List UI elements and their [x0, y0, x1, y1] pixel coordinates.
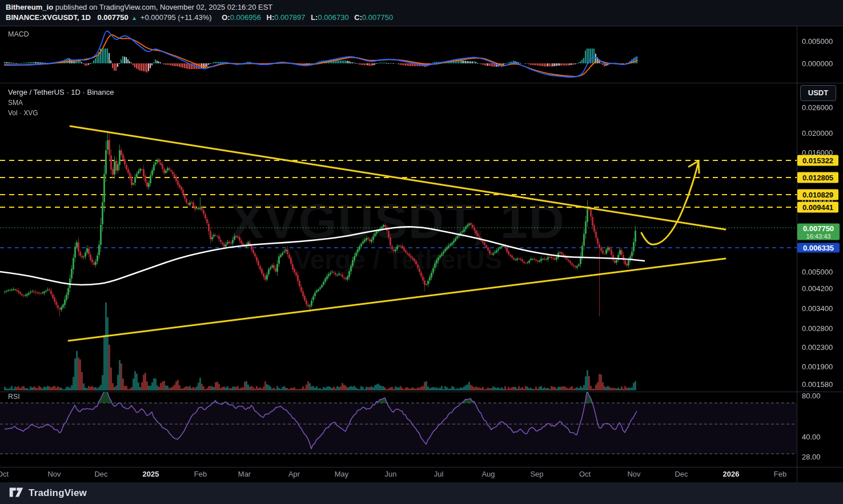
resistance-level-label: 0.015322 [797, 155, 838, 166]
volume-legend[interactable]: Vol · XVG [8, 109, 114, 117]
main-pane-legend: Verge / TetherUS · 1D · Binance SMA Vol … [8, 88, 114, 117]
bottom-bar: TradingView [0, 482, 843, 504]
header: Bithereum_io published on TradingView.co… [0, 0, 843, 26]
resistance-level-label: 0.009441 [797, 202, 838, 213]
time-axis-label: May [335, 470, 349, 478]
time-axis-label: 2025 [143, 470, 159, 478]
price-axis-label: 0.000000 [802, 59, 833, 68]
symbol-title: BINANCE:XVGUSDT, 1D [6, 13, 91, 22]
author-name: Bithereum_io [6, 3, 53, 11]
time-axis-label: 2026 [723, 470, 740, 478]
tradingview-snapshot: XVGUSDT, 1D Verge / TetherUS Bithereum_i… [0, 0, 843, 504]
tradingview-logo-icon[interactable] [9, 485, 23, 502]
time-axis-label: Nov [627, 470, 640, 478]
tradingview-brand[interactable]: TradingView [29, 487, 87, 499]
last-price: 0.007750 [97, 13, 128, 22]
price-axis-label: 0.005000 [802, 268, 833, 276]
currency-toggle-button[interactable]: USDT [800, 85, 836, 101]
support-price-label: 0.006335 [797, 243, 840, 253]
resistance-level-label: 0.012805 [797, 172, 838, 183]
time-axis-label: Jun [385, 470, 397, 478]
publish-line: Bithereum_io published on TradingView.co… [6, 3, 272, 11]
time-axis-label: Sep [530, 470, 543, 478]
price-axis-label: 0.020000 [802, 129, 833, 138]
rsi-pane-legend[interactable]: RSI [8, 393, 20, 401]
close-label: C: [354, 13, 362, 22]
time-axis-label: Jul [434, 470, 444, 478]
price-axis-label: 0.005000 [802, 37, 833, 46]
chart-canvas[interactable] [0, 0, 843, 504]
time-axis-label: Apr [288, 470, 300, 478]
time-axis-label: Nov [47, 470, 61, 478]
high-value: 0.007897 [274, 13, 305, 22]
price-axis-label: 0.003400 [802, 304, 833, 313]
time-axis-label: Oct [0, 470, 9, 478]
price-axis-label: 40.00 [802, 433, 821, 441]
time-axis-label: Feb [194, 470, 207, 478]
price-axis-label: 0.026000 [802, 103, 833, 112]
chart-title[interactable]: Verge / TetherUS · 1D · Binance [8, 88, 114, 96]
high-label: H: [267, 13, 275, 22]
sma-legend[interactable]: SMA [8, 99, 114, 107]
time-axis-label: Dec [675, 470, 688, 478]
time-axis-label: Feb [774, 470, 786, 478]
macd-pane-legend[interactable]: MACD [8, 30, 29, 38]
resistance-level-label: 0.010829 [797, 189, 838, 200]
price-axis-label: 0.002300 [802, 343, 833, 352]
price-change: +0.000795 (+11.43%) [140, 13, 212, 22]
bar-countdown: 16:43:43 [797, 233, 840, 240]
time-axis-label: Mar [238, 470, 251, 478]
close-value: 0.007750 [362, 13, 393, 22]
last-price-value: 0.007750 [797, 224, 840, 233]
low-label: L: [311, 13, 318, 22]
publish-text: published on TradingView.com, November 0… [53, 3, 272, 11]
price-axis-label: 0.001580 [802, 380, 833, 389]
time-axis-label: Oct [579, 470, 591, 478]
time-axis-label: Dec [94, 470, 107, 478]
time-axis-label: Aug [481, 470, 495, 478]
open-value: 0.006956 [230, 13, 261, 22]
price-axis-label: 0.001900 [802, 362, 833, 371]
price-axis-label: 0.004200 [802, 284, 833, 293]
price-axis-label: 28.00 [802, 453, 821, 461]
symbol-line: BINANCE:XVGUSDT, 1D 0.007750 ▲ +0.000795… [6, 13, 393, 22]
time-axis[interactable]: OctNovDec2025FebMarAprMayJunJulAugSepOct… [0, 467, 797, 482]
price-axis-label: 80.00 [802, 392, 821, 400]
low-value: 0.006730 [318, 13, 348, 22]
open-label: O: [222, 13, 230, 22]
last-price-label: 0.007750 16:43:43 [797, 224, 840, 240]
up-arrow-icon: ▲ [131, 15, 137, 21]
price-axis-label: 0.002800 [802, 324, 833, 333]
